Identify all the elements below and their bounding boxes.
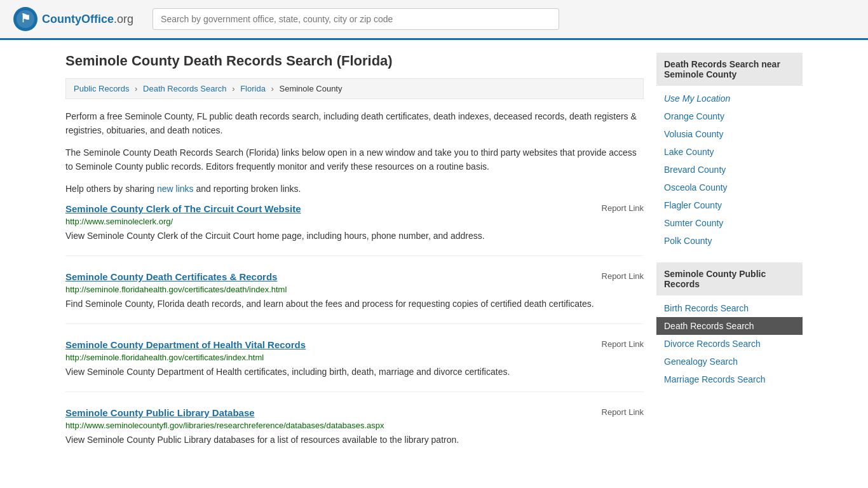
result-url: http://www.seminoleclerk.org/ bbox=[65, 217, 644, 226]
breadcrumb-florida[interactable]: Florida bbox=[240, 84, 266, 93]
result-title[interactable]: Seminole County Death Certificates & Rec… bbox=[65, 271, 277, 282]
sidebar-item-polk-county[interactable]: Polk County bbox=[656, 232, 803, 250]
page-title: Seminole County Death Records Search (Fl… bbox=[65, 53, 644, 69]
result-item: Seminole County Clerk of The Circuit Cou… bbox=[65, 203, 644, 256]
sidebar-nearby-section: Death Records Search near Seminole Count… bbox=[656, 53, 803, 250]
result-desc: Find Seminole County, Florida death reco… bbox=[65, 297, 644, 311]
result-header: Seminole County Death Certificates & Rec… bbox=[65, 271, 644, 282]
logo-text: CountyOffice.org bbox=[42, 13, 133, 26]
sidebar-item-lake-county[interactable]: Lake County bbox=[656, 143, 803, 161]
result-desc: View Seminole County Department of Healt… bbox=[65, 365, 644, 379]
report-link[interactable]: Report Link bbox=[602, 271, 644, 281]
sidebar-item-osceola-county[interactable]: Osceola County bbox=[656, 179, 803, 196]
result-title[interactable]: Seminole County Department of Health Vit… bbox=[65, 339, 306, 350]
sidebar-item-flagler-county[interactable]: Flagler County bbox=[656, 196, 803, 214]
result-title[interactable]: Seminole County Public Library Database bbox=[65, 407, 255, 418]
result-url: http://seminole.floridahealth.gov/certif… bbox=[65, 285, 644, 294]
intro-paragraph-1: Perform a free Seminole County, FL publi… bbox=[65, 109, 644, 138]
result-desc: View Seminole County Clerk of the Circui… bbox=[65, 229, 644, 243]
sidebar-use-location[interactable]: Use My Location bbox=[656, 90, 803, 107]
sidebar-marriage-records[interactable]: Marriage Records Search bbox=[656, 370, 803, 388]
breadcrumb-current: Seminole County bbox=[279, 84, 342, 93]
sidebar-public-records-heading: Seminole County Public Records bbox=[656, 262, 803, 295]
svg-text:⚑: ⚑ bbox=[20, 12, 31, 25]
search-bar[interactable] bbox=[153, 8, 559, 30]
result-url: http://www.seminolecountyfl.gov/librarie… bbox=[65, 421, 644, 430]
report-link[interactable]: Report Link bbox=[602, 339, 644, 349]
result-item: Seminole County Department of Health Vit… bbox=[65, 339, 644, 392]
sidebar: Death Records Search near Seminole Count… bbox=[656, 53, 803, 475]
breadcrumb: Public Records › Death Records Search › … bbox=[65, 78, 644, 99]
content: Seminole County Death Records Search (Fl… bbox=[65, 53, 644, 475]
sidebar-birth-records[interactable]: Birth Records Search bbox=[656, 299, 803, 317]
new-links-link[interactable]: new links bbox=[157, 184, 194, 194]
intro-paragraph-2: The Seminole County Death Records Search… bbox=[65, 146, 644, 174]
result-title[interactable]: Seminole County Clerk of The Circuit Cou… bbox=[65, 203, 301, 214]
report-link[interactable]: Report Link bbox=[602, 407, 644, 417]
sidebar-item-sumter-county[interactable]: Sumter County bbox=[656, 214, 803, 232]
intro-paragraph-3: Help others by sharing new links and rep… bbox=[65, 182, 644, 196]
results: Seminole County Clerk of The Circuit Cou… bbox=[65, 203, 644, 459]
report-link[interactable]: Report Link bbox=[602, 203, 644, 213]
result-url: http://seminole.floridahealth.gov/certif… bbox=[65, 353, 644, 362]
breadcrumb-public-records[interactable]: Public Records bbox=[74, 84, 129, 93]
logo-icon: ⚑ bbox=[13, 6, 38, 32]
result-header: Seminole County Clerk of The Circuit Cou… bbox=[65, 203, 644, 214]
result-desc: View Seminole County Public Library data… bbox=[65, 433, 644, 447]
result-item: Seminole County Public Library Database … bbox=[65, 407, 644, 459]
breadcrumb-death-records[interactable]: Death Records Search bbox=[143, 84, 227, 93]
header: ⚑ CountyOffice.org bbox=[0, 0, 868, 40]
logo-area: ⚑ CountyOffice.org bbox=[13, 6, 133, 32]
result-item: Seminole County Death Certificates & Rec… bbox=[65, 271, 644, 324]
result-header: Seminole County Public Library Database … bbox=[65, 407, 644, 418]
sidebar-divorce-records[interactable]: Divorce Records Search bbox=[656, 335, 803, 353]
main-container: Seminole County Death Records Search (Fl… bbox=[53, 40, 815, 487]
sidebar-item-brevard-county[interactable]: Brevard County bbox=[656, 161, 803, 179]
sidebar-item-volusia-county[interactable]: Volusia County bbox=[656, 125, 803, 143]
result-header: Seminole County Department of Health Vit… bbox=[65, 339, 644, 350]
sidebar-item-orange-county[interactable]: Orange County bbox=[656, 107, 803, 125]
sidebar-public-records-section: Seminole County Public Records Birth Rec… bbox=[656, 262, 803, 388]
search-input[interactable] bbox=[153, 8, 559, 30]
sidebar-genealogy-search[interactable]: Genealogy Search bbox=[656, 353, 803, 370]
sidebar-nearby-heading: Death Records Search near Seminole Count… bbox=[656, 53, 803, 86]
sidebar-death-records[interactable]: Death Records Search bbox=[656, 317, 803, 335]
